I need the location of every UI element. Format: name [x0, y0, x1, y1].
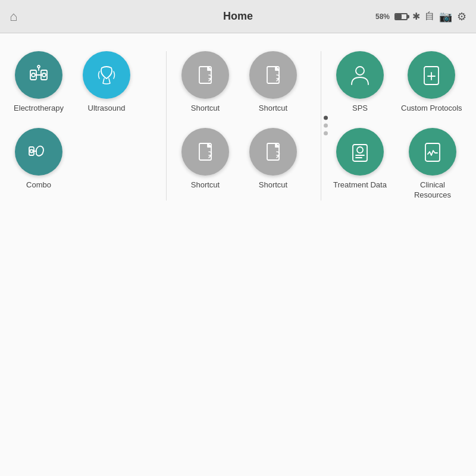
- icon-circle-combo: [15, 128, 62, 176]
- row-2-left: Combo: [12, 128, 154, 190]
- settings-icon[interactable]: ⚙: [457, 10, 466, 23]
- tile-sps[interactable]: SPS: [333, 51, 387, 114]
- tile-custom-protocols[interactable]: Custom Protocols: [401, 51, 462, 114]
- tile-combo[interactable]: Combo: [12, 128, 65, 190]
- shortcut-1-icon: [192, 62, 218, 88]
- label-custom-protocols: Custom Protocols: [401, 104, 462, 114]
- combo-icon: [26, 139, 52, 165]
- treatment-data-icon: [347, 139, 373, 165]
- tile-shortcut-4[interactable]: Shortcut: [246, 128, 300, 190]
- icon-circle-shortcut-4: [249, 128, 297, 176]
- label-treatment-data: Treatment Data: [333, 180, 387, 190]
- shortcut-3-icon: [192, 139, 218, 165]
- section-left: Electrotherapy Ultrasound: [12, 51, 167, 201]
- svg-point-14: [356, 67, 364, 75]
- dot-2[interactable]: [324, 124, 328, 128]
- row-1-middle: Shortcut Shortcut: [178, 51, 309, 114]
- label-shortcut-1: Shortcut: [191, 104, 220, 114]
- section-middle: Shortcut Shortcut: [167, 51, 321, 201]
- row-2-middle: Shortcut Shortcut: [178, 128, 309, 190]
- app-grid: Electrotherapy Ultrasound: [12, 51, 464, 201]
- camera-icon[interactable]: 📷: [439, 10, 452, 23]
- icon-circle-custom-protocols: [408, 51, 455, 99]
- tile-clinical-resources[interactable]: Clinical Resources: [401, 128, 464, 201]
- icon-circle-ultrasound: [83, 51, 130, 99]
- svg-point-2: [32, 73, 35, 77]
- icon-circle-treatment-data: [336, 128, 384, 176]
- dot-1[interactable]: [324, 116, 328, 120]
- label-clinical-resources: Clinical Resources: [401, 180, 464, 201]
- label-electrotherapy: Electrotherapy: [14, 104, 64, 114]
- label-shortcut-3: Shortcut: [191, 180, 220, 190]
- battery-icon: [394, 13, 408, 20]
- tile-treatment-data[interactable]: Treatment Data: [333, 128, 387, 190]
- main-content: Electrotherapy Ultrasound: [0, 33, 476, 476]
- tile-shortcut-2[interactable]: Shortcut: [246, 51, 300, 114]
- row-1-left: Electrotherapy Ultrasound: [12, 51, 154, 114]
- battery-percent: 58%: [375, 12, 390, 21]
- tile-shortcut-1[interactable]: Shortcut: [178, 51, 232, 114]
- row-2-right: Treatment Data Clinical Resources: [333, 128, 464, 201]
- home-icon[interactable]: ⌂: [10, 9, 17, 24]
- tile-shortcut-3[interactable]: Shortcut: [178, 128, 232, 190]
- section-right: SPS Custom Protocols: [321, 51, 464, 201]
- icon-circle-shortcut-3: [181, 128, 229, 176]
- label-shortcut-4: Shortcut: [259, 180, 287, 190]
- bluetooth-icon: ✱: [412, 11, 420, 22]
- row-1-right: SPS Custom Protocols: [333, 51, 464, 114]
- icon-circle-shortcut-1: [181, 51, 229, 99]
- label-sps: SPS: [352, 104, 368, 114]
- icon-circle-electrotherapy: [15, 51, 62, 99]
- shortcut-2-icon: [260, 62, 286, 88]
- icon-circle-clinical-resources: [409, 128, 456, 176]
- label-shortcut-2: Shortcut: [259, 104, 287, 114]
- label-combo: Combo: [26, 180, 51, 190]
- shortcut-4-icon: [260, 139, 286, 165]
- label-ultrasound: Ultrasound: [88, 104, 126, 114]
- dot-3[interactable]: [324, 131, 328, 136]
- tile-ultrasound[interactable]: Ultrasound: [80, 51, 133, 114]
- ultrasound-icon: [93, 62, 120, 88]
- page-title: Home: [223, 10, 253, 23]
- svg-point-3: [42, 73, 46, 77]
- icon-circle-sps: [336, 51, 384, 99]
- sps-icon: [347, 62, 373, 88]
- custom-protocols-icon: [418, 62, 444, 88]
- header: ⌂ Home 58% ✱ ⾃ 📷 ⚙: [0, 0, 476, 33]
- usb-icon: ⾃: [425, 10, 434, 23]
- icon-circle-shortcut-2: [249, 51, 297, 99]
- electrotherapy-icon: [26, 62, 52, 88]
- clinical-resources-icon: [419, 139, 446, 165]
- svg-point-19: [357, 147, 363, 153]
- tile-electrotherapy[interactable]: Electrotherapy: [12, 51, 65, 114]
- pagination-dots: [324, 116, 328, 136]
- svg-point-8: [30, 149, 33, 152]
- svg-point-6: [37, 65, 40, 68]
